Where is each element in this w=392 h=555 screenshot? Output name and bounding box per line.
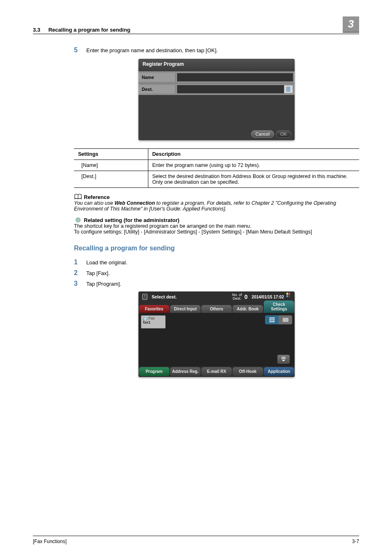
ok-button[interactable]: OK <box>276 130 291 138</box>
tab-direct-input[interactable]: Direct Input <box>170 305 201 313</box>
related-heading: Related setting (for the administrator) <box>74 217 359 223</box>
grid-view-icon[interactable] <box>265 315 279 324</box>
svg-rect-10 <box>288 293 290 295</box>
no-of-dest-value: 0 <box>244 294 248 300</box>
step-text: Tap [Program]. <box>86 280 121 287</box>
step-text: Load the original. <box>86 259 127 266</box>
footer-left: [Fax Functions] <box>33 539 67 544</box>
section-number: 3.3 <box>33 27 40 33</box>
svg-rect-14 <box>271 317 272 319</box>
fax-destination-tile[interactable]: 📇 Fax fax1 <box>141 315 166 328</box>
program-button[interactable]: Program <box>139 367 169 376</box>
tab-favorites[interactable]: Favorites <box>139 305 169 313</box>
email-rx-button[interactable]: E-mail RX <box>201 367 232 376</box>
svg-rect-20 <box>271 321 272 322</box>
step-3: 3 Tap [Program]. <box>74 280 359 287</box>
step-1: 1 Load the original. <box>74 259 359 266</box>
svg-point-8 <box>144 295 145 296</box>
step-number: 5 <box>74 46 86 54</box>
address-book-icon[interactable] <box>284 85 293 93</box>
cell-setting: [Dest.] <box>74 171 148 188</box>
svg-rect-15 <box>273 317 274 319</box>
step-text: Tap [Fax]. <box>86 269 110 277</box>
settings-table: Settings Description [Name] Enter the pr… <box>74 148 359 188</box>
toner-icon <box>284 293 292 301</box>
cell-setting: [Name] <box>74 160 148 171</box>
reference-heading-text: Reference <box>84 194 110 200</box>
dest-field[interactable] <box>177 85 284 93</box>
table-row: [Dest.] Select the desired destination f… <box>74 171 359 188</box>
fax-tile-name: fax1 <box>143 321 164 325</box>
tab-addr-book[interactable]: Addr. Book <box>233 305 263 313</box>
svg-rect-11 <box>286 295 288 297</box>
off-hook-button[interactable]: Off-Hook <box>233 367 263 376</box>
footer-right: 3-7 <box>352 539 359 544</box>
step-text: Enter the program name and destination, … <box>86 46 218 54</box>
cell-desc: Select the desired destination from Addr… <box>148 171 359 188</box>
related-line1: The shortcut key for a registered progra… <box>74 223 359 229</box>
no-of-dest: No. of Dest. <box>232 293 242 301</box>
reference-pre: You can also use <box>74 200 115 206</box>
dest-label: Dest. <box>138 85 175 93</box>
dialog-title: Register Program <box>138 59 295 71</box>
list-view-icon[interactable] <box>279 315 292 324</box>
name-field[interactable] <box>177 73 293 81</box>
chapter-badge: 3 <box>343 16 359 33</box>
name-label: Name <box>138 73 175 81</box>
view-toggle[interactable] <box>265 315 292 324</box>
step-2: 2 Tap [Fax]. <box>74 269 359 277</box>
cell-desc: Enter the program name (using up to 72 b… <box>148 160 359 171</box>
related-heading-text: Related setting (for the administrator) <box>84 217 180 223</box>
svg-rect-19 <box>270 321 271 322</box>
step-number: 1 <box>74 259 86 266</box>
svg-rect-9 <box>286 293 288 295</box>
dialog-body-spacer <box>138 95 295 128</box>
svg-rect-0 <box>286 87 290 92</box>
svg-rect-18 <box>273 319 274 321</box>
tab-others[interactable]: Others <box>201 305 232 313</box>
step-5: 5 Enter the program name and destination… <box>74 46 359 54</box>
register-program-screenshot: Register Program Name Dest. Cancel OK <box>138 59 295 140</box>
scroll-down-icon[interactable] <box>277 355 290 364</box>
step-number: 2 <box>74 269 86 277</box>
step-number: 3 <box>74 280 86 287</box>
application-button[interactable]: Application <box>264 367 294 376</box>
reference-bold: Web Connection <box>115 200 155 206</box>
address-reg-button[interactable]: Address Reg. <box>170 367 201 376</box>
svg-point-6 <box>77 219 79 221</box>
th-description: Description <box>148 149 359 160</box>
svg-rect-16 <box>270 319 271 321</box>
timestamp: 2014/01/15 17:02 <box>248 295 284 299</box>
related-body: The shortcut key for a registered progra… <box>74 223 359 235</box>
section-heading: Recalling a program for sending <box>74 245 359 252</box>
table-row: [Name] Enter the program name (using up … <box>74 160 359 171</box>
page-header: 3.3 Recalling a program for sending 3 <box>33 16 359 34</box>
dest-icon <box>141 293 150 301</box>
no-of-dest-label: No. of Dest. <box>232 293 242 301</box>
svg-rect-21 <box>273 321 274 322</box>
select-dest-screenshot: Select dest. No. of Dest. 0 2014/01/15 1… <box>138 291 295 377</box>
tab-check-settings[interactable]: Check Settings <box>264 301 294 313</box>
reference-heading: Reference <box>74 194 359 200</box>
svg-rect-12 <box>288 295 290 297</box>
svg-rect-13 <box>270 317 271 319</box>
header-left: 3.3 Recalling a program for sending <box>33 27 130 33</box>
page-footer: [Fax Functions] 3-7 <box>33 536 359 544</box>
select-dest-title: Select dest. <box>150 294 232 299</box>
svg-rect-22 <box>283 318 288 322</box>
svg-rect-17 <box>271 319 272 321</box>
th-settings: Settings <box>74 149 148 160</box>
cancel-button[interactable]: Cancel <box>251 130 274 138</box>
gear-icon <box>74 217 82 223</box>
related-line2: To configure settings: [Utility] - [Admi… <box>74 229 359 235</box>
book-icon <box>74 194 82 200</box>
reference-body: You can also use Web Connection to regis… <box>74 200 359 212</box>
svg-rect-7 <box>143 294 147 300</box>
section-title: Recalling a program for sending <box>48 27 130 33</box>
